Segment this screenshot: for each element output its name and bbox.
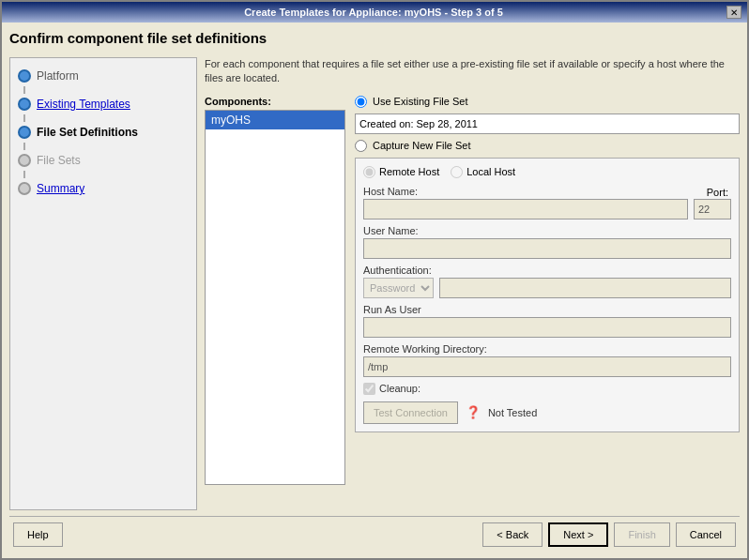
remote-working-dir-label: Remote Working Directory: — [363, 343, 731, 355]
remote-host-radio — [363, 166, 375, 178]
host-name-label: Host Name: — [363, 186, 418, 197]
capture-new-label: Capture New File Set — [373, 140, 471, 151]
existing-file-set-field[interactable] — [355, 114, 740, 134]
step-line-1 — [23, 86, 25, 94]
close-button[interactable]: ✕ — [726, 6, 741, 19]
auth-select: Password Key None — [363, 278, 434, 298]
footer-left: Help — [13, 522, 63, 547]
auth-value-field — [439, 278, 731, 298]
use-existing-label: Use Existing File Set — [373, 96, 467, 107]
capture-new-radio-group: Capture New File Set — [355, 140, 740, 152]
footer: Help < Back Next > Finish Cancel — [9, 516, 740, 551]
run-as-user-label: Run As User — [363, 304, 731, 315]
cancel-button[interactable]: Cancel — [676, 522, 736, 547]
authentication-row: Authentication: Password Key None — [363, 265, 731, 298]
cleanup-row: Cleanup: — [363, 383, 731, 396]
list-item[interactable]: myOHS — [206, 111, 344, 129]
sidebar-item-summary-label[interactable]: Summary — [37, 182, 84, 195]
step-line-2 — [23, 114, 25, 122]
step-line-3 — [23, 143, 25, 150]
auth-row: Password Key None — [363, 278, 731, 298]
sidebar-item-existing-templates[interactable]: Existing Templates — [10, 94, 196, 114]
user-name-label: User Name: — [363, 225, 731, 236]
footer-right: < Back Next > Finish Cancel — [482, 522, 736, 547]
authentication-label: Authentication: — [363, 265, 731, 276]
remote-host-label: Remote Host — [379, 166, 439, 177]
question-icon: ❓ — [466, 405, 481, 419]
main-window: Create Templates for Appliance: myOHS - … — [0, 0, 749, 560]
components-label: Components: — [205, 96, 345, 107]
window-title: Create Templates for Appliance: myOHS - … — [23, 7, 725, 18]
description-text: For each component that requires a file … — [205, 57, 740, 86]
file-set-definitions-step-icon — [18, 126, 31, 139]
host-name-field — [363, 199, 688, 219]
test-connection-button: Test Connection — [363, 401, 458, 424]
local-host-label: Local Host — [466, 166, 515, 177]
next-button[interactable]: Next > — [548, 522, 608, 547]
local-host-radio — [451, 166, 463, 178]
right-panel: Use Existing File Set Capture New File S… — [355, 96, 740, 510]
finish-button: Finish — [614, 522, 669, 547]
capture-header: Remote Host Local Host — [363, 166, 731, 178]
sidebar-item-file-set-definitions-label: File Set Definitions — [37, 126, 138, 139]
use-existing-radio[interactable] — [355, 96, 367, 108]
sidebar-item-file-set-definitions: File Set Definitions — [10, 122, 196, 143]
capture-new-radio[interactable] — [355, 140, 367, 152]
host-name-row: Host Name: Port: — [363, 186, 731, 219]
capture-section: Remote Host Local Host Host Nam — [355, 158, 740, 432]
host-port-row — [363, 199, 731, 219]
remote-working-dir-field — [363, 356, 731, 377]
user-name-row: User Name: — [363, 225, 731, 259]
components-area: Components: myOHS Use Existing File Set — [205, 96, 740, 510]
window-body: Confirm component file set definitions P… — [2, 23, 747, 558]
sidebar-item-platform-label: Platform — [37, 69, 79, 83]
components-list[interactable]: myOHS — [205, 110, 345, 485]
file-sets-step-icon — [18, 154, 31, 167]
step-line-4 — [23, 171, 25, 178]
content-area: Platform Existing Templates File Set Def… — [9, 57, 740, 510]
platform-step-icon — [18, 69, 31, 83]
cleanup-label: Cleanup: — [379, 383, 420, 394]
existing-templates-step-icon — [18, 98, 31, 111]
summary-step-icon — [18, 182, 31, 195]
sidebar-item-platform: Platform — [10, 66, 196, 86]
sidebar: Platform Existing Templates File Set Def… — [9, 57, 197, 510]
main-panel: For each component that requires a file … — [205, 57, 740, 510]
sidebar-item-existing-templates-label[interactable]: Existing Templates — [37, 98, 130, 111]
cleanup-checkbox — [363, 383, 375, 395]
user-name-field — [363, 238, 731, 259]
port-field — [694, 199, 731, 219]
run-as-user-field — [363, 317, 731, 338]
sidebar-item-file-sets-label: File Sets — [37, 154, 81, 167]
help-button[interactable]: Help — [13, 522, 63, 547]
title-bar: Create Templates for Appliance: myOHS - … — [2, 2, 747, 23]
remote-working-dir-row: Remote Working Directory: — [363, 343, 731, 377]
back-button[interactable]: < Back — [482, 522, 543, 547]
sidebar-item-summary[interactable]: Summary — [10, 178, 196, 199]
test-connection-row: Test Connection ❓ Not Tested — [363, 401, 731, 424]
run-as-user-row: Run As User — [363, 304, 731, 338]
use-existing-radio-group: Use Existing File Set — [355, 96, 740, 108]
components-list-container: Components: myOHS — [205, 96, 345, 510]
sidebar-item-file-sets: File Sets — [10, 150, 196, 171]
not-tested-text: Not Tested — [488, 407, 537, 418]
port-label: Port: — [707, 187, 728, 198]
page-title: Confirm component file set definitions — [9, 30, 740, 50]
